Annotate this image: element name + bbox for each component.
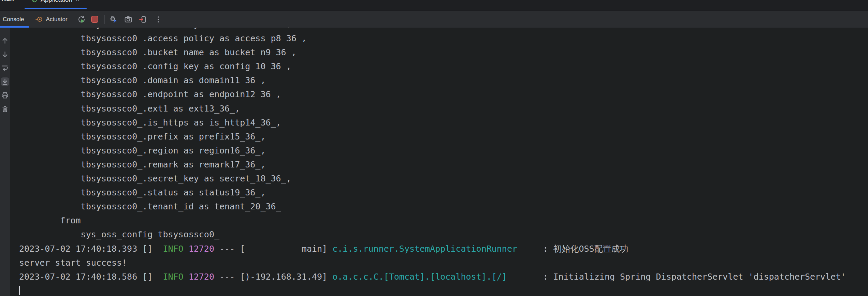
run-config-tab-application[interactable]: Application ✕ — [24, 0, 87, 11]
console-line: tbsysossco0_.tenant_id as tenant_20_36_ — [19, 199, 868, 213]
more-kebab-icon[interactable] — [154, 15, 163, 24]
scroll-up-icon[interactable] — [1, 36, 9, 45]
clear-all-icon[interactable] — [1, 105, 9, 113]
console-output[interactable]: tbsysossco0_.access_key as access_k7_36_… — [10, 28, 868, 296]
console-line: tbsysossco0_.endpoint as endpoin12_36_, — [19, 87, 868, 101]
print-icon[interactable] — [1, 91, 9, 100]
camera-icon[interactable] — [124, 15, 133, 24]
active-tab-underline — [25, 8, 87, 9]
console-line: sys_oss_config tbsysossco0_ — [19, 227, 868, 241]
console-line: tbsysossco0_.access_policy as access_p8_… — [19, 31, 868, 45]
scroll-down-icon[interactable] — [1, 50, 9, 59]
console-tab-label: Console — [3, 16, 24, 23]
spring-boot-icon — [31, 0, 38, 2]
console-line: tbsysossco0_.ext1 as ext13_36_, — [19, 102, 868, 116]
console-line — [19, 284, 868, 296]
console-line: tbsysossco0_.config_key as config_10_36_… — [19, 59, 868, 73]
attach-debugger-icon[interactable] — [109, 15, 118, 24]
run-tool-window: Run Application ✕ Console — [0, 0, 868, 296]
exit-icon[interactable] — [138, 15, 147, 24]
text-caret — [19, 286, 20, 295]
actuator-endpoint-icon — [35, 16, 43, 23]
scroll-to-end-icon[interactable] — [1, 77, 9, 86]
rerun-icon[interactable] — [77, 15, 86, 24]
toolbar-separator — [104, 15, 105, 24]
console-line: 2023-07-02 17:40:18.393 [] INFO 12720 --… — [19, 242, 868, 256]
console-body: tbsysossco0_.access_key as access_k7_36_… — [0, 28, 868, 296]
console-line: tbsysossco0_.status as status19_36_, — [19, 186, 868, 199]
run-config-tab-label: Application — [41, 0, 72, 3]
actuator-tab-label: Actuator — [46, 16, 67, 23]
run-config-tab-bar: Run Application ✕ — [0, 0, 868, 11]
soft-wrap-icon[interactable] — [1, 64, 9, 72]
console-line: tbsysossco0_.region as region16_36_, — [19, 144, 868, 158]
console-line: tbsysossco0_.remark as remark17_36_, — [19, 158, 868, 172]
console-line: tbsysossco0_.bucket_name as bucket_n9_36… — [19, 45, 868, 59]
console-line: tbsysossco0_.prefix as prefix15_36_, — [19, 130, 868, 144]
console-line: tbsysossco0_.domain as domain11_36_, — [19, 73, 868, 87]
console-line: server start success! — [19, 256, 868, 270]
console-line: 2023-07-02 17:40:18.586 [] INFO 12720 --… — [19, 270, 868, 284]
console-line: tbsysossco0_.is_https as is_http14_36_, — [19, 116, 868, 130]
console-lines: tbsysossco0_.access_key as access_k7_36_… — [10, 28, 868, 296]
tab-console[interactable]: Console — [0, 11, 29, 28]
console-line: tbsysossco0_.secret_key as secret_18_36_… — [19, 172, 868, 186]
console-gutter — [0, 28, 10, 296]
console-line-clipped: tbsysossco0_.access_key as access_k7_36_… — [19, 28, 868, 31]
stop-icon[interactable] — [90, 15, 99, 24]
console-toolbar: Console Actuator — [0, 11, 868, 28]
console-line: from — [19, 213, 868, 227]
close-icon[interactable]: ✕ — [75, 0, 80, 2]
tab-actuator[interactable]: Actuator — [31, 11, 71, 28]
tool-window-title: Run — [1, 0, 14, 2]
